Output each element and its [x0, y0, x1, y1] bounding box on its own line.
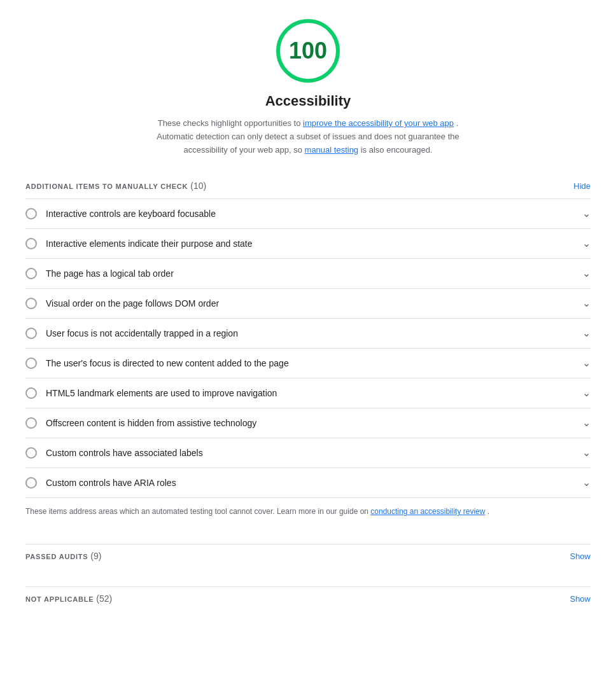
audit-status-circle — [25, 357, 37, 369]
not-applicable-section: NOT APPLICABLE (52) Show — [25, 586, 591, 610]
chevron-down-icon: ⌄ — [582, 268, 591, 279]
audit-status-circle — [25, 238, 37, 249]
section-label-container: ADDITIONAL ITEMS TO MANUALLY CHECK (10) — [25, 181, 206, 191]
chevron-down-icon: ⌄ — [582, 358, 591, 368]
audit-status-circle — [25, 447, 37, 459]
audit-status-circle — [25, 328, 37, 339]
chevron-down-icon: ⌄ — [582, 209, 591, 219]
footer-suffix: . — [487, 507, 489, 516]
chevron-down-icon: ⌄ — [582, 239, 591, 249]
audit-item[interactable]: User focus is not accidentally trapped i… — [25, 319, 591, 349]
hide-button[interactable]: Hide — [573, 181, 591, 191]
audit-item-label: Custom controls have ARIA roles — [46, 478, 176, 488]
manual-testing-link[interactable]: manual testing — [305, 145, 359, 155]
audit-item-left: The user's focus is directed to new cont… — [25, 357, 289, 369]
manual-check-section: ADDITIONAL ITEMS TO MANUALLY CHECK (10) … — [25, 176, 591, 525]
description-suffix: is also encouraged. — [361, 145, 433, 155]
audit-item-left: Interactive controls are keyboard focusa… — [25, 208, 216, 219]
chevron-down-icon: ⌄ — [582, 298, 591, 309]
improve-accessibility-link[interactable]: improve the accessibility of your web ap… — [303, 118, 454, 128]
audit-item[interactable]: Visual order on the page follows DOM ord… — [25, 289, 591, 319]
audit-item-left: Custom controls have associated labels — [25, 447, 203, 459]
passed-audits-section: PASSED AUDITS (9) Show — [25, 544, 591, 567]
manual-check-count: (10) — [190, 181, 206, 191]
chevron-down-icon: ⌄ — [582, 418, 591, 428]
not-applicable-header: NOT APPLICABLE (52) Show — [25, 586, 591, 610]
audit-item[interactable]: Custom controls have associated labels⌄ — [25, 438, 591, 468]
audit-status-circle — [25, 417, 37, 429]
not-applicable-count: (52) — [96, 593, 112, 604]
audit-item-label: HTML5 landmark elements are used to impr… — [46, 388, 277, 398]
audit-item-label: Offscreen content is hidden from assisti… — [46, 418, 256, 428]
description-prefix: These checks highlight opportunities to — [158, 118, 303, 128]
audit-item-left: Visual order on the page follows DOM ord… — [25, 298, 219, 309]
audit-item-left: Custom controls have ARIA roles — [25, 477, 176, 489]
footer-prefix: These items address areas which an autom… — [25, 507, 370, 516]
chevron-down-icon: ⌄ — [582, 478, 591, 488]
audit-item[interactable]: Interactive elements indicate their purp… — [25, 229, 591, 259]
passed-show-button[interactable]: Show — [570, 552, 591, 561]
audit-item-label: User focus is not accidentally trapped i… — [46, 328, 238, 338]
page-container: 100 Accessibility These checks highlight… — [0, 0, 616, 629]
chevron-down-icon: ⌄ — [582, 388, 591, 398]
manual-check-header: ADDITIONAL ITEMS TO MANUALLY CHECK (10) … — [25, 176, 591, 196]
audit-item[interactable]: The user's focus is directed to new cont… — [25, 349, 591, 378]
manual-note: These items address areas which an autom… — [25, 498, 591, 525]
passed-audits-header: PASSED AUDITS (9) Show — [25, 544, 591, 567]
audit-item-label: Custom controls have associated labels — [46, 448, 203, 458]
manual-check-label: ADDITIONAL ITEMS TO MANUALLY CHECK — [25, 183, 188, 190]
audit-status-circle — [25, 208, 37, 219]
audit-list: Interactive controls are keyboard focusa… — [25, 198, 591, 498]
audit-item-left: Offscreen content is hidden from assisti… — [25, 417, 256, 429]
passed-audits-label: PASSED AUDITS — [25, 553, 88, 560]
audit-item-label: Interactive controls are keyboard focusa… — [46, 209, 216, 219]
audit-status-circle — [25, 268, 37, 279]
audit-item-left: HTML5 landmark elements are used to impr… — [25, 387, 277, 399]
chevron-down-icon: ⌄ — [582, 328, 591, 338]
audit-status-circle — [25, 298, 37, 309]
audit-item-label: Visual order on the page follows DOM ord… — [46, 298, 219, 309]
not-applicable-show-button[interactable]: Show — [570, 594, 591, 604]
audit-item[interactable]: Custom controls have ARIA roles⌄ — [25, 468, 591, 498]
not-applicable-label: NOT APPLICABLE — [25, 595, 94, 603]
audit-item-left: Interactive elements indicate their purp… — [25, 238, 253, 249]
passed-audits-count: (9) — [90, 551, 101, 561]
score-circle: 100 — [276, 19, 340, 83]
audit-status-circle — [25, 477, 37, 489]
audit-item[interactable]: HTML5 landmark elements are used to impr… — [25, 378, 591, 408]
audit-item-label: The user's focus is directed to new cont… — [46, 358, 289, 368]
score-section: 100 Accessibility These checks highlight… — [25, 19, 591, 156]
audit-item-left: User focus is not accidentally trapped i… — [25, 328, 238, 339]
audit-item-label: Interactive elements indicate their purp… — [46, 239, 253, 249]
page-title: Accessibility — [265, 93, 351, 109]
score-number: 100 — [289, 38, 327, 64]
not-applicable-label-container: NOT APPLICABLE (52) — [25, 593, 112, 604]
chevron-down-icon: ⌄ — [582, 448, 591, 458]
audit-item-label: The page has a logical tab order — [46, 268, 174, 279]
score-description: These checks highlight opportunities to … — [155, 117, 461, 156]
accessibility-review-link[interactable]: conducting an accessibility review — [370, 507, 485, 516]
audit-status-circle — [25, 387, 37, 399]
audit-item[interactable]: Offscreen content is hidden from assisti… — [25, 408, 591, 438]
audit-item[interactable]: Interactive controls are keyboard focusa… — [25, 199, 591, 229]
passed-label-container: PASSED AUDITS (9) — [25, 551, 101, 561]
audit-item[interactable]: The page has a logical tab order⌄ — [25, 259, 591, 289]
audit-item-left: The page has a logical tab order — [25, 268, 174, 279]
